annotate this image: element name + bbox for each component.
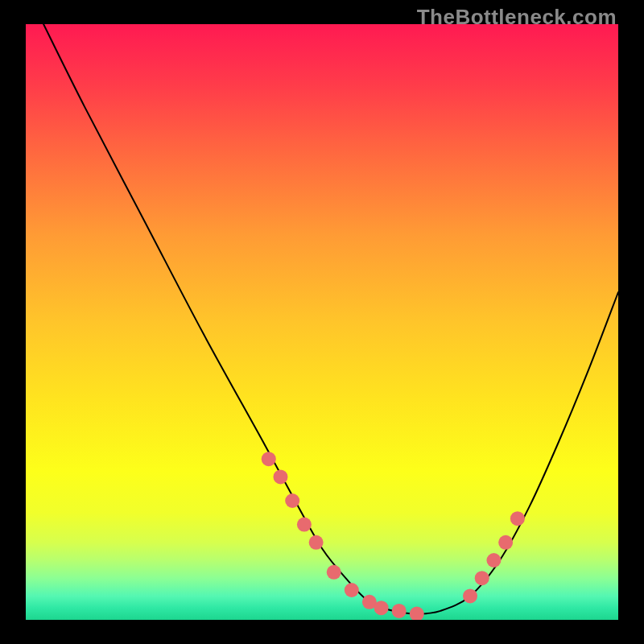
highlight-dot [486, 553, 501, 568]
highlight-dot [498, 535, 513, 550]
highlight-dot [297, 518, 312, 532]
chart-curve [43, 24, 618, 614]
highlight-dot [510, 511, 525, 526]
highlight-dot [262, 452, 276, 466]
highlight-dot [463, 588, 477, 603]
highlight-dot [285, 493, 299, 508]
chart-overlay [26, 24, 618, 620]
highlight-dots-left [262, 452, 424, 620]
highlight-dots-right [463, 511, 525, 603]
highlight-dot [273, 469, 287, 484]
highlight-dot [374, 601, 389, 615]
highlight-dot [410, 607, 424, 620]
highlight-dot [309, 535, 324, 550]
highlight-dot [392, 604, 407, 618]
highlight-dot [475, 571, 489, 585]
highlight-dot [345, 583, 359, 597]
highlight-dot [327, 565, 341, 580]
